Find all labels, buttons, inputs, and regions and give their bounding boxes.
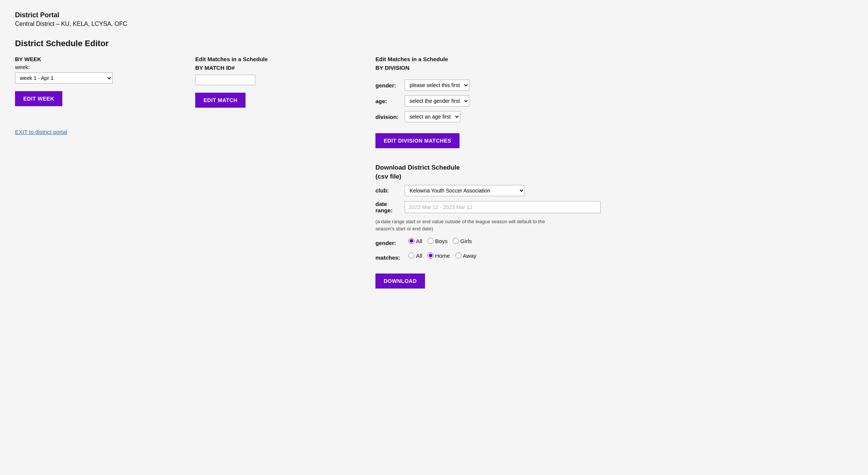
exit-link[interactable]: EXIT to district portal: [15, 129, 67, 135]
download-matches-options: All Home Away: [408, 253, 476, 259]
site-title: District Portal: [15, 11, 853, 19]
club-row: club: Kelowna Youth Soccer Association: [375, 185, 601, 196]
matches-all-label[interactable]: All: [408, 253, 422, 259]
download-section: Download District Schedule (csv file) cl…: [375, 163, 601, 289]
matches-away-label[interactable]: Away: [455, 253, 476, 259]
edit-week-button[interactable]: EDIT WEEK: [15, 91, 62, 106]
download-gender-label: gender:: [375, 240, 405, 246]
col-by-match: Edit Matches in a Schedule BY MATCH ID# …: [195, 56, 353, 289]
week-select[interactable]: week 1 - Apr 1: [15, 72, 113, 84]
division-row-label: division:: [375, 114, 402, 120]
age-row-label: age:: [375, 98, 402, 104]
download-matches-label: matches:: [375, 254, 405, 261]
download-gender-options: All Boys Girls: [408, 238, 472, 244]
age-select[interactable]: select the gender first: [405, 95, 469, 107]
by-match-subtitle: BY MATCH ID#: [195, 65, 353, 71]
gender-girls-label[interactable]: Girls: [453, 238, 472, 244]
col-by-week: BY WEEK week: week 1 - Apr 1 EDIT WEEK E…: [15, 56, 173, 289]
gender-row-label: gender:: [375, 82, 402, 89]
gender-boys-label[interactable]: Boys: [428, 238, 448, 244]
division-section: Edit Matches in a Schedule BY DIVISION g…: [375, 56, 601, 148]
date-range-label: date range:: [375, 201, 402, 213]
edit-division-button[interactable]: EDIT DIVISION MATCHES: [375, 133, 460, 148]
download-matches-row: matches: All Home Away: [375, 253, 601, 263]
division-row: division: select an age first: [375, 111, 601, 122]
site-subtitle: Central District – KU, KELA, LCYSA, OFC: [15, 21, 853, 27]
matches-home-label[interactable]: Home: [428, 253, 450, 259]
col-by-division: Edit Matches in a Schedule BY DIVISION g…: [375, 56, 601, 289]
club-row-label: club:: [375, 187, 402, 194]
gender-all-radio[interactable]: [408, 238, 414, 244]
page-title: District Schedule Editor: [15, 39, 853, 48]
gender-select[interactable]: please select this first: [405, 80, 469, 91]
by-division-title: Edit Matches in a Schedule: [375, 56, 601, 62]
week-label: week:: [15, 64, 173, 70]
by-division-subtitle: BY DIVISION: [375, 65, 601, 71]
download-gender-row: gender: All Boys Girls: [375, 238, 601, 248]
age-row: age: select the gender first: [375, 95, 601, 107]
date-range-row: date range:: [375, 201, 601, 213]
date-range-input[interactable]: [405, 201, 601, 213]
club-select[interactable]: Kelowna Youth Soccer Association: [405, 185, 525, 196]
division-select[interactable]: select an age first: [405, 111, 460, 122]
date-range-note: (a date range start or end value outside…: [375, 218, 556, 233]
gender-boys-radio[interactable]: [428, 238, 434, 244]
match-id-input[interactable]: [195, 75, 255, 85]
by-match-title: Edit Matches in a Schedule: [195, 56, 353, 62]
matches-away-radio[interactable]: [455, 253, 461, 259]
gender-girls-radio[interactable]: [453, 238, 459, 244]
download-button[interactable]: DOWNLOAD: [375, 274, 425, 289]
matches-home-radio[interactable]: [428, 253, 434, 259]
gender-row: gender: please select this first: [375, 80, 601, 91]
edit-match-button[interactable]: EDIT MATCH: [195, 93, 246, 108]
by-week-title: BY WEEK: [15, 56, 173, 62]
gender-all-label[interactable]: All: [408, 238, 422, 244]
download-title: Download District Schedule (csv file): [375, 163, 601, 181]
matches-all-radio[interactable]: [408, 253, 414, 259]
